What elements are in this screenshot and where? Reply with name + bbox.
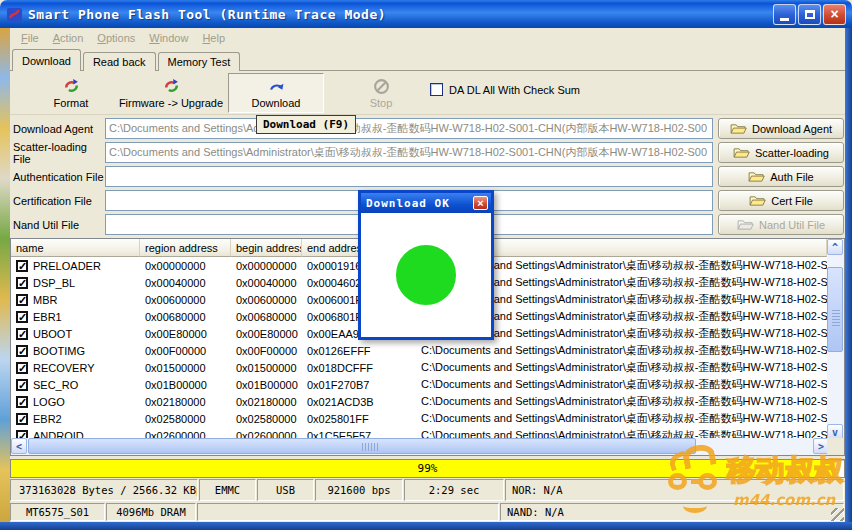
cell-name: ✓LOGO — [11, 396, 140, 408]
download-button[interactable]: Download — [228, 73, 324, 113]
authentication-file-input[interactable] — [105, 166, 713, 187]
progress-percent: 99% — [11, 462, 844, 475]
download-label: Download — [252, 97, 301, 109]
cell-location: C:\Documents and Settings\Administrator\… — [416, 394, 827, 409]
cell-location: C:\Documents and Settings\Administrator\… — [416, 377, 827, 392]
window-border-right — [845, 28, 852, 530]
cell-name: ✓EBR1 — [11, 311, 140, 323]
folder-icon — [737, 219, 754, 231]
stop-button[interactable]: Stop — [355, 74, 407, 112]
status-cell: MT6575_S01 — [10, 503, 105, 521]
row-checkbox[interactable]: ✓ — [16, 294, 28, 306]
close-button[interactable]: × — [823, 4, 846, 25]
folder-icon — [730, 123, 747, 135]
partition-name: PRELOADER — [33, 260, 101, 272]
field-label: Scatter-loading File — [10, 141, 105, 165]
da-dl-checksum-checkbox[interactable]: DA DL All With Check Sum — [430, 83, 580, 96]
column-header-region-address[interactable]: region address — [140, 239, 231, 257]
column-header-begin-address[interactable]: begin address — [231, 239, 302, 257]
menu-options[interactable]: Options — [90, 30, 142, 46]
cell-name: ✓RECOVERY — [11, 362, 140, 374]
status-cell: NAND: N/A — [500, 503, 844, 521]
resize-grip[interactable] — [831, 508, 844, 521]
status-cell: 921600 bps — [315, 479, 403, 501]
cell-region-address: 0x02580000 — [140, 413, 231, 425]
tab-download[interactable]: Download — [12, 49, 81, 71]
row-checkbox[interactable]: ✓ — [16, 328, 28, 340]
title-bar: Smart Phone Flash Tool (Runtime Trace Mo… — [0, 0, 852, 28]
partition-name: LOGO — [33, 396, 65, 408]
scrollbar-corner — [827, 438, 844, 455]
checkbox-icon — [430, 83, 443, 96]
browse-button-cert-file[interactable]: Cert File — [718, 190, 844, 211]
cell-region-address: 0x00680000 — [140, 311, 231, 323]
form-row-authentication-file: Authentication File Auth File — [10, 166, 845, 187]
row-checkbox[interactable]: ✓ — [16, 413, 28, 425]
row-checkbox[interactable]: ✓ — [16, 362, 28, 374]
table-row-logo[interactable]: ✓LOGO0x021800000x021800000x021ACD3BC:\Do… — [11, 393, 827, 410]
dialog-close-button[interactable]: × — [473, 196, 488, 210]
cell-name: ✓MBR — [11, 294, 140, 306]
input-value: C:\Documents and Settings\Administrator\… — [109, 121, 707, 136]
table-row-recovery[interactable]: ✓RECOVERY0x015000000x015000000x018DCFFFC… — [11, 359, 827, 376]
cell-begin-address: 0x00000000 — [231, 260, 302, 272]
scroll-left-button[interactable]: < — [11, 438, 27, 454]
tab-memory-test[interactable]: Memory Test — [158, 52, 241, 71]
menu-file[interactable]: File — [14, 30, 46, 46]
row-checkbox[interactable]: ✓ — [16, 277, 28, 289]
row-checkbox[interactable]: ✓ — [16, 260, 28, 272]
menu-action[interactable]: Action — [46, 30, 91, 46]
download-ok-dialog: Download OK × — [358, 190, 494, 340]
table-row-sec-ro[interactable]: ✓SEC_RO0x01B000000x01B000000x01F270B7C:\… — [11, 376, 827, 393]
cell-begin-address: 0x00600000 — [231, 294, 302, 306]
tab-read-back[interactable]: Read back — [83, 52, 156, 71]
browse-button-download-agent[interactable]: Download Agent — [718, 118, 844, 139]
cell-region-address: 0x00E80000 — [140, 328, 231, 340]
partition-name: SEC_RO — [33, 379, 78, 391]
cell-location: C:\Documents and Settings\Administrator\… — [416, 411, 827, 426]
status-bar-row1: 373163028 Bytes / 2566.32 KBpsEMMCUSB921… — [10, 478, 845, 502]
horizontal-scroll-thumb[interactable] — [28, 438, 696, 454]
download-tooltip: Download (F9) — [256, 115, 356, 134]
table-row-ebr2[interactable]: ✓EBR20x025800000x025800000x025801FFC:\Do… — [11, 410, 827, 427]
scroll-up-button[interactable]: ^ — [827, 239, 843, 255]
menu-bar: FileActionOptionsWindowHelp — [10, 28, 845, 48]
horizontal-scrollbar[interactable]: < > — [11, 438, 829, 455]
browse-button-auth-file[interactable]: Auth File — [718, 166, 844, 187]
menu-help[interactable]: Help — [195, 30, 232, 46]
field-label: Certification File — [10, 195, 105, 207]
status-cell: USB — [257, 479, 314, 501]
stop-label: Stop — [370, 97, 393, 109]
menu-window[interactable]: Window — [142, 30, 195, 46]
tab-strip: DownloadRead backMemory Test — [10, 48, 845, 71]
cell-begin-address: 0x00680000 — [231, 311, 302, 323]
table-row-bootimg[interactable]: ✓BOOTIMG0x00F000000x00F000000x0126EFFFC:… — [11, 342, 827, 359]
format-button[interactable]: Format — [32, 74, 110, 112]
maximize-button[interactable] — [798, 4, 821, 25]
app-icon — [6, 6, 23, 23]
window-controls: × — [773, 4, 846, 25]
vertical-scrollbar[interactable]: ^ v — [827, 239, 844, 440]
partition-name: DSP_BL — [33, 277, 75, 289]
row-checkbox[interactable]: ✓ — [16, 396, 28, 408]
column-header-name[interactable]: name — [11, 239, 140, 257]
minimize-button[interactable] — [773, 4, 796, 25]
row-checkbox[interactable]: ✓ — [16, 345, 28, 357]
firmware-upgrade-button[interactable]: Firmware -> Upgrade — [110, 74, 232, 112]
browse-button-label: Auth File — [770, 171, 813, 183]
cell-begin-address: 0x00E80000 — [231, 328, 302, 340]
download-agent-input[interactable]: C:\Documents and Settings\Administrator\… — [105, 118, 713, 139]
browse-button-nand-util-file[interactable]: Nand Util File — [718, 214, 844, 235]
row-checkbox[interactable]: ✓ — [16, 379, 28, 391]
scatter-loading-file-input[interactable]: C:\Documents and Settings\Administrator\… — [105, 142, 713, 163]
download-icon — [268, 78, 285, 95]
partition-name: RECOVERY — [33, 362, 95, 374]
cell-begin-address: 0x02180000 — [231, 396, 302, 408]
folder-icon — [748, 171, 765, 183]
browse-button-scatter-loading[interactable]: Scatter-loading — [718, 142, 844, 163]
row-checkbox[interactable]: ✓ — [16, 311, 28, 323]
vertical-scroll-thumb[interactable] — [827, 267, 843, 352]
cell-name: ✓UBOOT — [11, 328, 140, 340]
field-label: Nand Util File — [10, 219, 105, 231]
window-border-bottom — [0, 522, 852, 530]
